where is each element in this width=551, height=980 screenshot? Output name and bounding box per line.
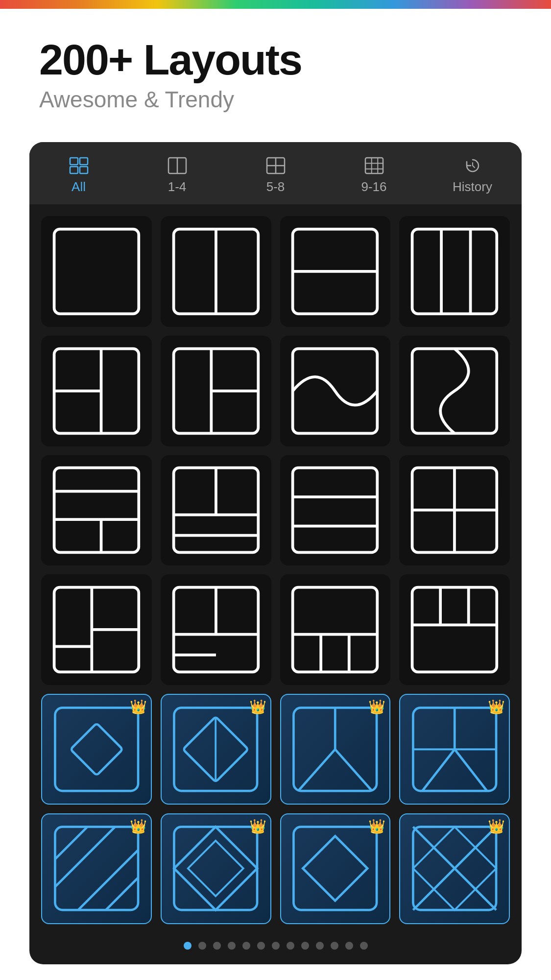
pagination-dot-0[interactable] xyxy=(184,942,192,950)
layout-wide-bottom[interactable] xyxy=(399,574,510,685)
layout-l-bottom-right[interactable] xyxy=(41,455,152,566)
pagination-dot-11[interactable] xyxy=(345,942,353,950)
crown-badge-7: 👑 xyxy=(368,818,385,834)
pagination-dot-1[interactable] xyxy=(198,942,206,950)
svg-rect-63 xyxy=(71,723,123,776)
tab-all[interactable]: All xyxy=(29,151,128,198)
layout-s-wave-r[interactable] xyxy=(399,336,510,446)
svg-rect-2 xyxy=(70,167,78,173)
layout-four-grid[interactable] xyxy=(399,455,510,566)
layout-three-row[interactable] xyxy=(280,455,391,566)
svg-rect-78 xyxy=(294,827,377,910)
page-title: 200+ Layouts xyxy=(39,38,512,81)
svg-rect-54 xyxy=(293,588,378,672)
header-section: 200+ Layouts Awesome & Trendy xyxy=(0,9,551,127)
tab-history-label: History xyxy=(453,179,492,195)
tab-9-16-label: 9-16 xyxy=(361,179,386,195)
pagination xyxy=(29,942,522,950)
all-grid-icon xyxy=(66,155,92,176)
crown-badge-4: 👑 xyxy=(488,699,505,715)
layout-premium-diamond2[interactable]: 👑 xyxy=(161,694,271,805)
crown-badge-8: 👑 xyxy=(488,818,505,834)
layout-two-col[interactable] xyxy=(161,216,271,327)
layout-l-bottom-left[interactable] xyxy=(161,455,271,566)
app-card: All 1-4 5-8 xyxy=(29,142,522,964)
tab-5-8-label: 5-8 xyxy=(266,179,285,195)
pagination-dot-4[interactable] xyxy=(242,942,250,950)
tab-1-4[interactable]: 1-4 xyxy=(128,151,226,198)
two-col-icon xyxy=(164,155,191,176)
pagination-dot-2[interactable] xyxy=(213,942,221,950)
pagination-dot-6[interactable] xyxy=(272,942,280,950)
svg-line-15 xyxy=(473,166,475,168)
layout-single[interactable] xyxy=(41,216,152,327)
layout-s-wave[interactable] xyxy=(280,336,391,446)
layout-premium-diamond3[interactable]: 👑 xyxy=(280,813,391,924)
svg-rect-16 xyxy=(54,229,139,314)
layout-premium-diamond1[interactable]: 👑 xyxy=(41,694,152,805)
svg-rect-1 xyxy=(80,158,88,165)
svg-rect-9 xyxy=(365,158,383,173)
four-grid-icon xyxy=(263,155,289,176)
tab-9-16[interactable]: 9-16 xyxy=(325,151,423,198)
svg-line-80 xyxy=(335,869,367,901)
svg-line-79 xyxy=(303,836,335,869)
nine-grid-icon xyxy=(361,155,387,176)
layout-t-left[interactable] xyxy=(41,336,152,446)
svg-rect-21 xyxy=(412,229,497,314)
svg-line-70 xyxy=(335,749,372,791)
tab-all-label: All xyxy=(72,179,86,195)
tab-bar: All 1-4 5-8 xyxy=(29,142,522,204)
crown-badge-5: 👑 xyxy=(130,818,147,834)
crown-badge-6: 👑 xyxy=(249,818,266,834)
tab-history[interactable]: History xyxy=(423,151,522,198)
pagination-dot-7[interactable] xyxy=(287,942,294,950)
layout-two-row[interactable] xyxy=(280,216,391,327)
history-icon xyxy=(459,155,486,176)
svg-rect-77 xyxy=(174,827,258,910)
layouts-grid: 👑 👑 👑 👑 xyxy=(29,204,522,930)
pagination-dot-3[interactable] xyxy=(228,942,236,950)
pagination-dot-12[interactable] xyxy=(360,942,368,950)
svg-rect-32 xyxy=(54,468,139,553)
layout-premium-organic1[interactable]: 👑 xyxy=(41,813,152,924)
pagination-dot-5[interactable] xyxy=(257,942,265,950)
layout-premium-x-split[interactable]: 👑 xyxy=(399,813,510,924)
crown-badge-2: 👑 xyxy=(249,699,266,715)
pagination-dot-8[interactable] xyxy=(301,942,309,950)
crown-badge-3: 👑 xyxy=(368,699,385,715)
tab-1-4-label: 1-4 xyxy=(168,179,187,195)
layout-premium-y-split1[interactable]: 👑 xyxy=(280,694,391,805)
layout-wide-top[interactable] xyxy=(280,574,391,685)
crown-badge-1: 👑 xyxy=(130,699,147,715)
layout-premium-y-split2[interactable]: 👑 xyxy=(399,694,510,805)
svg-line-74 xyxy=(455,749,487,791)
svg-rect-62 xyxy=(55,708,138,791)
tab-5-8[interactable]: 5-8 xyxy=(226,151,325,198)
pagination-dot-9[interactable] xyxy=(316,942,324,950)
layout-t-bottom[interactable] xyxy=(161,574,271,685)
svg-rect-0 xyxy=(70,158,78,165)
svg-rect-3 xyxy=(80,167,88,173)
svg-rect-40 xyxy=(293,468,378,553)
svg-rect-58 xyxy=(412,588,497,672)
svg-line-73 xyxy=(422,749,455,791)
pagination-dot-10[interactable] xyxy=(331,942,338,950)
svg-rect-76 xyxy=(55,827,138,910)
layout-t-right[interactable] xyxy=(161,336,271,446)
page-subtitle: Awesome & Trendy xyxy=(39,86,512,113)
svg-line-69 xyxy=(298,749,335,791)
rainbow-bar xyxy=(0,0,551,9)
layout-premium-organic2[interactable]: 👑 xyxy=(161,813,271,924)
layout-tall-left[interactable] xyxy=(41,574,152,685)
layout-three-col[interactable] xyxy=(399,216,510,327)
